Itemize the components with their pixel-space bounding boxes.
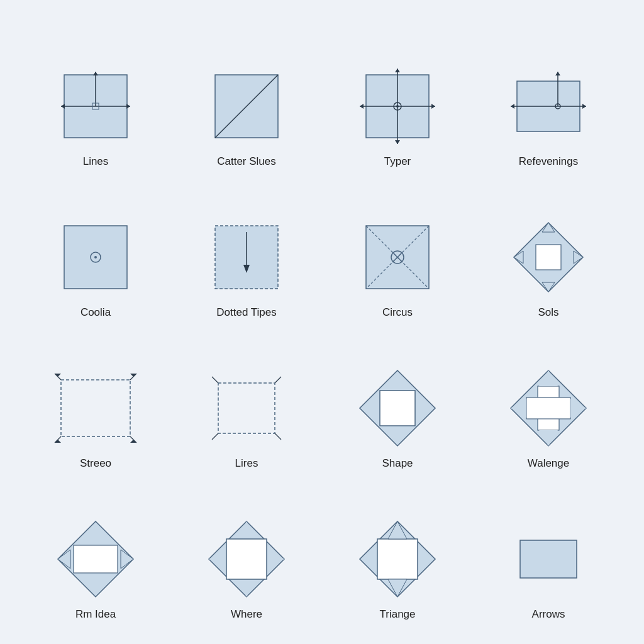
cell-arrows: Arrows	[479, 476, 618, 621]
svg-marker-50	[55, 440, 61, 443]
cell-lines: Lines	[26, 23, 165, 168]
diagram-dotted-tipes	[203, 213, 291, 301]
cell-sols: Sols	[479, 174, 618, 319]
label-dotted-tipes: Dotted Tipes	[216, 306, 276, 319]
diagram-streeo	[52, 364, 140, 452]
svg-rect-67	[74, 545, 118, 573]
svg-rect-71	[226, 539, 267, 579]
cell-lires: Lires	[177, 325, 316, 470]
diagram-lines	[52, 62, 140, 150]
svg-marker-49	[130, 374, 136, 377]
label-sols: Sols	[538, 306, 558, 319]
diagram-sols	[504, 213, 592, 301]
label-streeo: Streeo	[80, 457, 111, 470]
svg-point-27	[94, 256, 97, 258]
cell-dotted-tipes: Dotted Tipes	[177, 174, 316, 319]
label-lines: Lines	[83, 155, 109, 168]
label-coolia: Coolia	[80, 306, 111, 319]
label-shape: Shape	[382, 457, 413, 470]
label-refevenings: Refevenings	[519, 155, 579, 168]
diagram-shape	[353, 364, 441, 452]
svg-marker-48	[55, 374, 61, 377]
label-arrows: Arrows	[532, 608, 565, 621]
cell-typer: Typer	[328, 23, 467, 168]
svg-line-56	[275, 433, 281, 440]
svg-marker-15	[395, 140, 400, 144]
svg-marker-5	[93, 72, 98, 75]
label-lires: Lires	[235, 457, 258, 470]
diagram-walenge	[504, 364, 592, 452]
svg-marker-51	[130, 440, 136, 443]
label-where: Where	[231, 608, 262, 621]
svg-marker-23	[555, 72, 560, 75]
label-typer: Typer	[384, 155, 411, 168]
cell-triange: Triange	[328, 476, 467, 621]
svg-line-54	[275, 377, 281, 383]
cell-shape: Shape	[328, 325, 467, 470]
label-catter-slues: Catter Slues	[217, 155, 276, 168]
label-walenge: Walenge	[528, 457, 569, 470]
svg-line-55	[212, 433, 218, 440]
cell-coolia: Coolia	[26, 174, 165, 319]
svg-line-53	[212, 377, 218, 383]
cell-walenge: Walenge	[479, 325, 618, 470]
diagram-triange	[353, 515, 441, 603]
label-rm-idea: Rm Idea	[75, 608, 116, 621]
diagram-coolia	[52, 213, 140, 301]
diagram-where	[203, 515, 291, 603]
diagram-circus	[353, 213, 441, 301]
svg-marker-20	[511, 104, 514, 109]
svg-rect-58	[380, 391, 415, 426]
label-circus: Circus	[382, 306, 413, 319]
cell-where: Where	[177, 476, 316, 621]
svg-marker-11	[431, 104, 435, 109]
diagram-typer	[353, 62, 441, 150]
svg-marker-21	[582, 104, 586, 109]
svg-marker-3	[61, 104, 65, 109]
svg-marker-14	[395, 69, 400, 72]
svg-marker-12	[360, 104, 364, 109]
cell-refevenings: Refevenings	[479, 23, 618, 168]
diagram-catter-slues	[203, 62, 291, 150]
svg-rect-77	[377, 539, 418, 579]
svg-rect-38	[536, 245, 561, 270]
svg-rect-61	[526, 397, 570, 419]
svg-rect-43	[61, 380, 130, 436]
cell-circus: Circus	[328, 174, 467, 319]
diagram-lires	[203, 364, 291, 452]
svg-point-17	[396, 105, 399, 108]
diagram-grid: Lines Catter Slues	[8, 4, 636, 640]
svg-rect-80	[520, 540, 577, 578]
svg-marker-2	[126, 104, 130, 109]
cell-streeo: Streeo	[26, 325, 165, 470]
label-triange: Triange	[379, 608, 415, 621]
diagram-rm-idea	[52, 515, 140, 603]
cell-rm-idea: Rm Idea	[26, 476, 165, 621]
diagram-arrows	[504, 515, 592, 603]
svg-rect-52	[218, 383, 275, 433]
cell-catter-slues: Catter Slues	[177, 23, 316, 168]
diagram-refevenings	[504, 62, 592, 150]
